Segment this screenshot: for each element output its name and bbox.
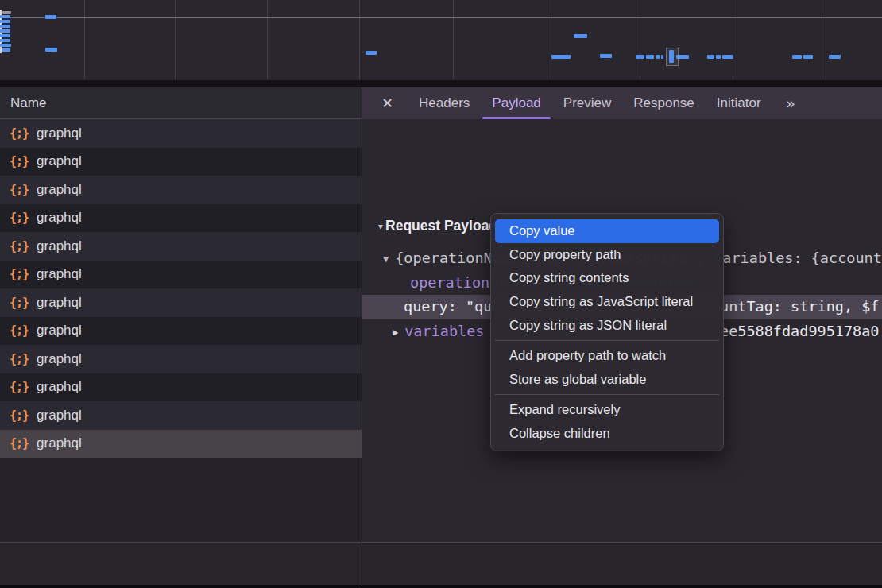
request-list: {;}graphql{;}graphql{;}graphql{;}graphql…	[0, 119, 362, 458]
json-braces-icon: {;}	[10, 211, 29, 225]
table-row[interactable]: {;}graphql	[0, 401, 362, 430]
request-name: graphql	[37, 295, 82, 311]
request-timing-bar	[45, 48, 57, 52]
request-list-panel: Name {;}graphql{;}graphql{;}graphql{;}gr…	[0, 87, 362, 542]
tab-response[interactable]: Response	[622, 87, 706, 119]
tab-initiator[interactable]: Initiator	[706, 87, 772, 119]
overview-bottom-strip	[0, 80, 882, 87]
timeline-gridline	[453, 0, 454, 79]
section-title: Request Payload	[385, 218, 497, 234]
timeline-gridline	[359, 0, 360, 79]
request-timing-bar	[574, 34, 587, 38]
request-name: graphql	[37, 182, 82, 198]
request-timing-bar	[0, 44, 11, 47]
request-timing-bar	[2, 11, 11, 14]
json-braces-icon: {;}	[10, 126, 29, 141]
table-row[interactable]: {;}graphql	[0, 317, 362, 346]
request-name: graphql	[37, 379, 82, 395]
menu-item-copy-property-path[interactable]: Copy property path	[491, 243, 723, 267]
request-name: graphql	[37, 153, 82, 169]
table-row[interactable]: {;}graphql	[0, 232, 362, 261]
timeline-gridline	[267, 0, 268, 79]
menu-item-expand-recursively[interactable]: Expand recursively	[491, 398, 723, 422]
more-tabs-icon[interactable]: »	[777, 87, 805, 119]
request-timing-bar	[2, 48, 10, 52]
column-header-name[interactable]: Name	[0, 87, 362, 119]
query-text-right: untTag: string, $f	[720, 295, 879, 319]
json-braces-icon: {;}	[10, 154, 29, 168]
query-text-left: query: "qu	[404, 298, 492, 315]
request-timing-bar	[707, 55, 714, 59]
menu-item-copy-value[interactable]: Copy value	[495, 219, 719, 243]
request-name: graphql	[37, 238, 82, 254]
timeline-gridline	[640, 0, 640, 79]
tab-preview[interactable]: Preview	[552, 87, 622, 119]
variables-text-right: ee5588fdad995178a0	[720, 319, 879, 344]
request-timing-bar	[636, 55, 644, 59]
table-row[interactable]: {;}graphql	[0, 430, 362, 458]
timeline-divider-line	[0, 17, 882, 18]
request-timing-bar	[45, 15, 56, 19]
request-name: graphql	[37, 351, 82, 367]
menu-separator	[495, 394, 719, 395]
menu-item-store-as-global-variable[interactable]: Store as global variable	[491, 368, 723, 392]
collapse-triangle-icon: ▾	[378, 221, 383, 232]
network-overview-timeline[interactable]	[0, 0, 882, 80]
request-timing-bar	[0, 29, 10, 33]
request-timing-bar	[716, 55, 721, 59]
menu-item-copy-string-as-json-literal[interactable]: Copy string as JSON literal	[491, 313, 723, 337]
json-braces-icon: {;}	[10, 183, 29, 197]
table-row[interactable]: {;}graphql	[0, 345, 362, 373]
menu-item-copy-string-contents[interactable]: Copy string contents	[491, 266, 723, 290]
request-name: graphql	[37, 408, 82, 424]
request-timing-bar	[0, 15, 10, 18]
timeline-gridline	[826, 0, 826, 79]
request-timing-bar	[829, 55, 841, 59]
request-timing-bar	[0, 34, 10, 37]
context-menu: Copy valueCopy property pathCopy string …	[490, 213, 724, 451]
request-name: graphql	[37, 210, 82, 226]
timeline-gridline	[84, 0, 85, 79]
table-row[interactable]: {;}graphql	[0, 204, 362, 233]
table-row[interactable]: {;}graphql	[0, 176, 362, 204]
request-timing-bar	[669, 50, 674, 63]
json-braces-icon: {;}	[10, 380, 29, 394]
menu-item-copy-string-as-javascript-literal[interactable]: Copy string as JavaScript literal	[491, 290, 723, 314]
tabs: HeadersPayloadPreviewResponseInitiator	[408, 87, 772, 119]
request-timing-bar	[600, 54, 612, 58]
json-braces-icon: {;}	[10, 352, 29, 366]
request-name: graphql	[37, 126, 82, 141]
request-timing-bar	[656, 55, 660, 59]
expand-triangle-icon[interactable]: ▼	[383, 253, 389, 265]
request-timing-bar	[792, 55, 802, 59]
json-braces-icon: {;}	[10, 239, 29, 253]
expand-triangle-icon[interactable]: ▶	[393, 327, 398, 338]
json-braces-icon: {;}	[10, 408, 29, 423]
timeline-gridline	[733, 0, 733, 79]
request-timing-bar	[366, 51, 377, 55]
table-row[interactable]: {;}graphql	[0, 261, 362, 289]
request-timing-bar	[722, 55, 733, 59]
table-row[interactable]: {;}graphql	[0, 148, 362, 176]
main-split: Name {;}graphql{;}graphql{;}graphql{;}gr…	[0, 87, 882, 542]
menu-item-add-property-path-to-watch[interactable]: Add property path to watch	[491, 344, 723, 368]
property-key: variables	[404, 323, 484, 339]
timeline-gridline	[175, 0, 176, 79]
tab-payload[interactable]: Payload	[481, 87, 551, 119]
panel-divider[interactable]	[362, 87, 362, 586]
detail-tabbar: ✕ HeadersPayloadPreviewResponseInitiator…	[362, 87, 882, 119]
timeline-gridline	[547, 0, 547, 79]
request-timing-bar	[803, 55, 813, 59]
menu-separator	[495, 340, 719, 341]
request-timing-bar	[0, 25, 10, 28]
menu-item-collapse-children[interactable]: Collapse children	[491, 422, 723, 446]
request-timing-bar	[646, 55, 654, 59]
close-icon[interactable]: ✕	[373, 87, 401, 119]
table-row[interactable]: {;}graphql	[0, 288, 362, 317]
table-row[interactable]: {;}graphql	[0, 119, 362, 148]
table-row[interactable]: {;}graphql	[0, 373, 362, 402]
request-timing-bar	[551, 55, 571, 59]
devtools-network-panel: Name {;}graphql{;}graphql{;}graphql{;}gr…	[0, 0, 882, 588]
request-timing-bar	[676, 55, 689, 59]
tab-headers[interactable]: Headers	[408, 87, 481, 119]
